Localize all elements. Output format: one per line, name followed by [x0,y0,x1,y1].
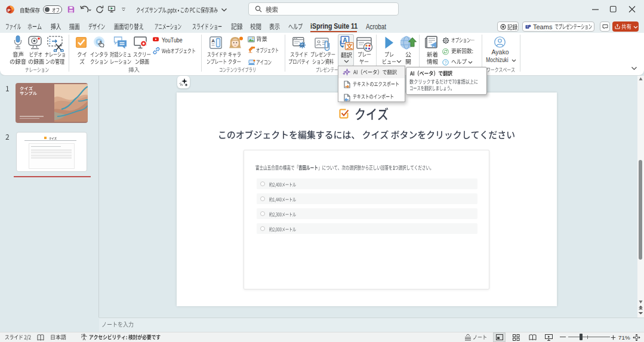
svg-text:P: P [7,8,10,13]
svg-text:A: A [211,38,215,44]
svg-text:?: ? [445,60,447,64]
svg-text:T: T [526,26,528,29]
